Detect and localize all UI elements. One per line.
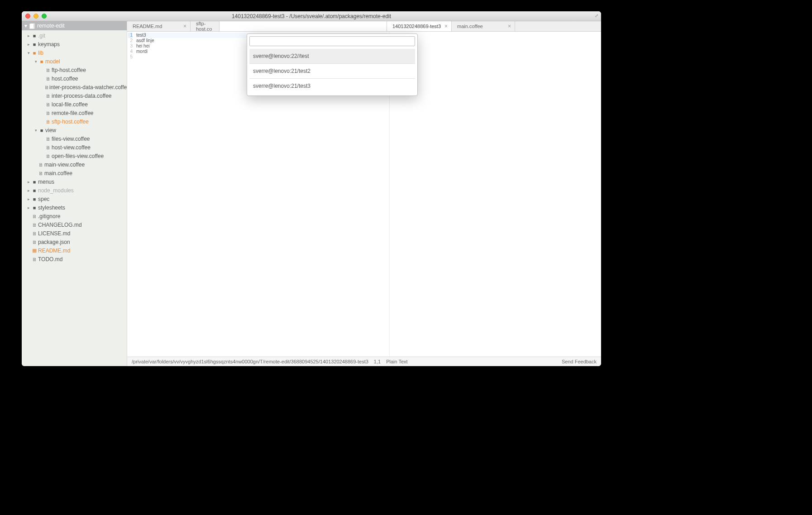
book-icon: ▦ bbox=[31, 248, 38, 253]
send-feedback-link[interactable]: Send Feedback bbox=[562, 359, 597, 364]
folder-icon: ■ bbox=[31, 188, 38, 193]
tree-label: host-view.coffee bbox=[52, 144, 91, 151]
folder-open-icon: ■ bbox=[38, 59, 45, 64]
tree-file-ftp-host[interactable]: 🗎 ftp-host.coffee bbox=[22, 66, 127, 74]
palette-item[interactable]: sverre@lenovo:21/test3 bbox=[249, 79, 415, 93]
tree-file-host-view[interactable]: 🗎 host-view.coffee bbox=[22, 143, 127, 152]
minimize-window-button[interactable] bbox=[33, 14, 38, 19]
tree-label: local-file.coffee bbox=[52, 101, 88, 108]
tab-main-coffee[interactable]: main.coffee × bbox=[452, 21, 515, 31]
chevron-down-icon: ▾ bbox=[24, 23, 27, 29]
window-title: 1401320248869-test3 - /Users/sveale/.ato… bbox=[22, 13, 601, 19]
palette-item[interactable]: sverre@lenovo:22//test bbox=[249, 49, 415, 64]
tree-file-host[interactable]: 🗎 host.coffee bbox=[22, 74, 127, 83]
palette-results: sverre@lenovo:22//test sverre@lenovo:21/… bbox=[249, 49, 415, 93]
close-window-button[interactable] bbox=[25, 14, 30, 19]
tree-file-gitignore[interactable]: 🗎 .gitignore bbox=[22, 212, 127, 220]
tree-label: .gitignore bbox=[38, 213, 60, 219]
tree-file-todo[interactable]: 🗎 TODO.md bbox=[22, 255, 127, 263]
tree-label: TODO.md bbox=[38, 256, 62, 262]
close-icon[interactable]: × bbox=[183, 23, 186, 29]
file-icon: 🗎 bbox=[44, 93, 52, 99]
tree-label: main.coffee bbox=[44, 170, 72, 176]
tab-hidden-under-palette[interactable] bbox=[220, 21, 387, 31]
tree-file-sftp-host[interactable]: 🗎 sftp-host.coffee bbox=[22, 117, 127, 126]
zoom-window-button[interactable] bbox=[42, 14, 47, 19]
tree-file-readme[interactable]: ▦ README.md bbox=[22, 246, 127, 255]
chevron-down-icon: ▾ bbox=[26, 51, 31, 55]
fullscreen-icon[interactable]: ⤢ bbox=[595, 13, 598, 18]
close-icon[interactable]: × bbox=[508, 23, 511, 29]
close-icon[interactable]: × bbox=[444, 23, 448, 29]
tree-label: files-view.coffee bbox=[52, 136, 90, 142]
chevron-down-icon: ▾ bbox=[33, 59, 38, 64]
file-icon: 🗎 bbox=[44, 67, 52, 73]
tree-folder-lib[interactable]: ▾ ■ lib bbox=[22, 48, 127, 57]
palette-input[interactable] bbox=[249, 36, 415, 46]
file-icon: 🗎 bbox=[37, 162, 44, 167]
traffic-lights bbox=[22, 14, 47, 19]
tab-readme[interactable]: README.md × bbox=[127, 21, 191, 31]
tree-label: stylesheets bbox=[38, 205, 65, 211]
tree-file-files-view[interactable]: 🗎 files-view.coffee bbox=[22, 134, 127, 143]
project-root-label: remote-edit bbox=[37, 23, 65, 29]
wrap-guide bbox=[389, 32, 601, 357]
tab-test3[interactable]: 1401320248869-test3 × bbox=[387, 21, 452, 31]
chevron-right-icon: ▸ bbox=[26, 180, 31, 184]
file-icon: 🗎 bbox=[44, 102, 52, 107]
tree-file-ipd[interactable]: 🗎 inter-process-data.coffee bbox=[22, 91, 127, 100]
tree-file-main[interactable]: 🗎 main.coffee bbox=[22, 169, 127, 177]
file-icon: 🗎 bbox=[44, 76, 52, 81]
command-palette[interactable]: sverre@lenovo:22//test sverre@lenovo:21/… bbox=[247, 33, 418, 96]
tree-label: view bbox=[45, 127, 56, 134]
tree-folder-stylesheets[interactable]: ▸ ■ stylesheets bbox=[22, 203, 127, 212]
file-icon: 🗎 bbox=[31, 257, 38, 262]
tree-label: README.md bbox=[38, 248, 70, 254]
tree-folder-keymaps[interactable]: ▸ ■ keymaps bbox=[22, 40, 127, 48]
tree-file-remote-file[interactable]: 🗎 remote-file.coffee bbox=[22, 109, 127, 117]
svg-rect-0 bbox=[30, 24, 33, 29]
status-cursor-position[interactable]: 1,1 bbox=[374, 359, 381, 364]
status-file-path[interactable]: /private/var/folders/vv/vyvghyzd1sl6hgss… bbox=[132, 359, 368, 364]
palette-item[interactable]: sverre@lenovo:21/test2 bbox=[249, 64, 415, 79]
tree-file-license[interactable]: 🗎 LICENSE.md bbox=[22, 229, 127, 238]
tree-folder-node-modules[interactable]: ▸ ■ node_modules bbox=[22, 186, 127, 195]
status-left: /private/var/folders/vv/vyvghyzd1sl6hgss… bbox=[132, 359, 408, 364]
tree-label: main-view.coffee bbox=[44, 162, 85, 168]
tree-folder-view[interactable]: ▾ ■ view bbox=[22, 126, 127, 134]
tree-label: keymaps bbox=[38, 41, 60, 48]
tab-bar[interactable]: README.md × sftp-host.co 1401320248869-t… bbox=[127, 21, 601, 32]
line-number: 4 bbox=[128, 49, 133, 54]
project-root[interactable]: ▾ remote-edit bbox=[22, 21, 127, 30]
folder-icon: ■ bbox=[31, 179, 38, 185]
tree-file-local-file[interactable]: 🗎 local-file.coffee bbox=[22, 100, 127, 109]
chevron-down-icon: ▾ bbox=[33, 128, 38, 133]
tree-file-package-json[interactable]: 🗎 package.json bbox=[22, 238, 127, 246]
file-icon: 🗎 bbox=[37, 171, 44, 176]
tree-folder-spec[interactable]: ▸ ■ spec bbox=[22, 195, 127, 203]
tab-sftp-host[interactable]: sftp-host.co bbox=[191, 21, 220, 31]
folder-icon: ■ bbox=[31, 205, 38, 210]
titlebar[interactable]: 1401320248869-test3 - /Users/sveale/.ato… bbox=[22, 11, 601, 21]
chevron-right-icon: ▸ bbox=[26, 42, 31, 47]
tree-folder-menus[interactable]: ▸ ■ menus bbox=[22, 177, 127, 186]
tree-label: inter-process-data.coffee bbox=[52, 93, 112, 99]
file-icon: 🗎 bbox=[31, 214, 38, 219]
tab-label: 1401320248869-test3 bbox=[392, 24, 441, 29]
status-grammar[interactable]: Plain Text bbox=[386, 359, 408, 364]
tree-file-main-view[interactable]: 🗎 main-view.coffee bbox=[22, 160, 127, 169]
tree-file-ipdw[interactable]: 🗎 inter-process-data-watcher.coffee bbox=[22, 83, 127, 91]
tree-file-open-files-view[interactable]: 🗎 open-files-view.coffee bbox=[22, 152, 127, 160]
tree-folder-model[interactable]: ▾ ■ model bbox=[22, 57, 127, 66]
tree-folder-git[interactable]: ▸ ■ .git bbox=[22, 31, 127, 40]
tree-label: host.coffee bbox=[52, 76, 78, 82]
tree-label: remote-file.coffee bbox=[52, 110, 94, 116]
chevron-right-icon: ▸ bbox=[26, 33, 31, 38]
file-icon: 🗎 bbox=[44, 136, 52, 142]
folder-open-icon: ■ bbox=[31, 50, 38, 56]
file-icon: 🗎 bbox=[44, 119, 52, 124]
tab-label: README.md bbox=[133, 24, 162, 29]
tree-file-changelog[interactable]: 🗎 CHANGELOG.md bbox=[22, 220, 127, 229]
file-icon: 🗎 bbox=[31, 239, 38, 245]
tree-view-sidebar[interactable]: ▾ remote-edit ▸ ■ .git ▸ ■ keymaps bbox=[22, 21, 127, 366]
